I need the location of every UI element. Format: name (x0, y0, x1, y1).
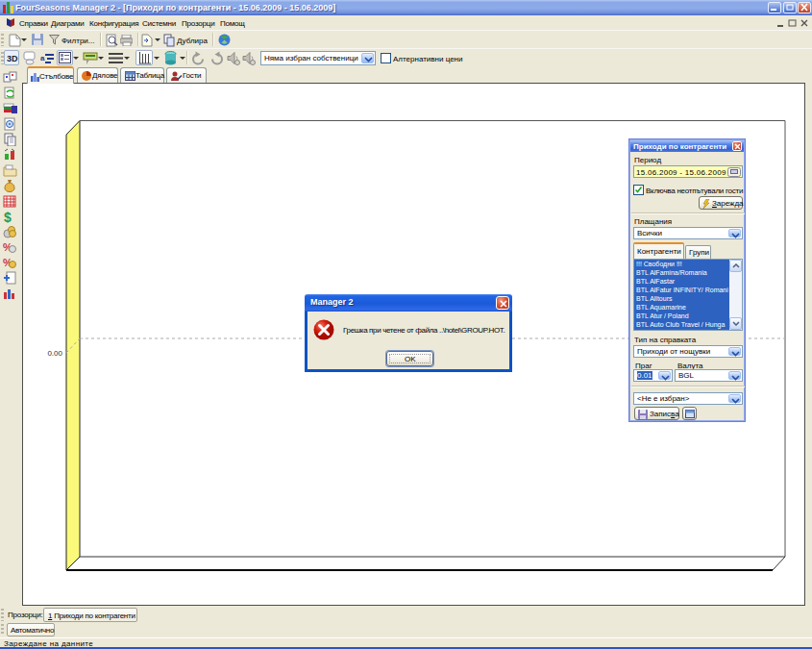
svg-text:$: $ (4, 210, 12, 223)
svg-text:a: a (40, 54, 45, 62)
svg-text:0.00: 0.00 (47, 349, 62, 358)
